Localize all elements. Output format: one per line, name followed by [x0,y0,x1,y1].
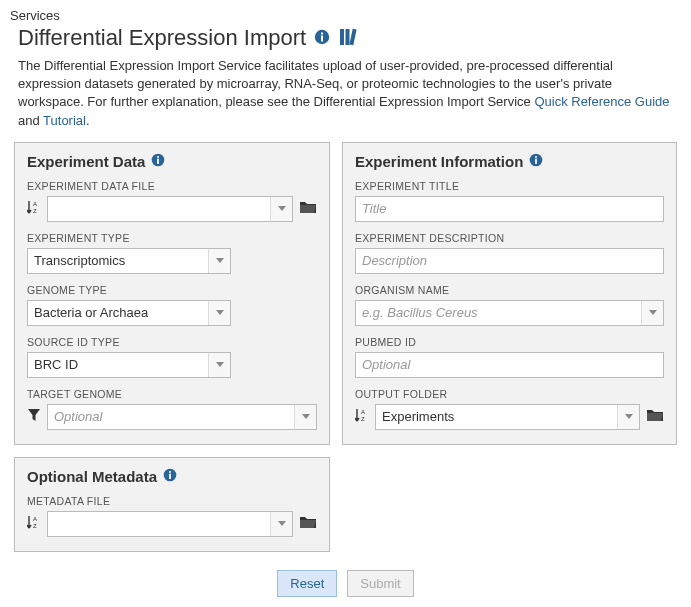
info-icon[interactable] [163,468,177,485]
intro-text: The Differential Expression Import Servi… [10,57,681,142]
folder-open-icon[interactable] [299,199,317,218]
genome-type-select[interactable] [27,300,231,326]
source-id-type-input[interactable] [28,353,208,377]
chevron-down-icon[interactable] [270,512,292,536]
metadata-file-input[interactable] [48,512,270,536]
metadata-file-combo[interactable] [47,511,293,537]
field-label: EXPERIMENT TYPE [27,232,317,244]
info-icon[interactable] [529,153,543,170]
optional-metadata-panel: Optional Metadata METADATA FILE [14,457,330,552]
intro-body: The Differential Expression Import Servi… [18,58,613,109]
info-icon[interactable] [151,153,165,170]
intro-after: . [86,113,90,128]
field-label: TARGET GENOME [27,388,317,400]
panel-title: Optional Metadata [27,468,157,485]
chevron-down-icon[interactable] [208,249,230,273]
field-label: EXPERIMENT DESCRIPTION [355,232,664,244]
chevron-down-icon[interactable] [208,301,230,325]
page-title: Differential Expression Import [18,25,306,51]
target-genome-combo[interactable] [47,404,317,430]
sort-az-icon[interactable] [27,199,41,218]
field-label: OUTPUT FOLDER [355,388,664,400]
breadcrumb: Services [10,8,681,23]
sort-az-icon[interactable] [27,514,41,533]
field-label: METADATA FILE [27,495,317,507]
tutorial-link[interactable]: Tutorial [43,113,86,128]
experiment-data-file-input[interactable] [48,197,270,221]
output-folder-input[interactable] [376,405,617,429]
chevron-down-icon[interactable] [208,353,230,377]
panel-title: Experiment Data [27,153,145,170]
experiment-type-input[interactable] [28,249,208,273]
field-label: SOURCE ID TYPE [27,336,317,348]
info-icon[interactable] [314,29,330,48]
reset-button[interactable]: Reset [277,570,337,597]
folder-open-icon[interactable] [299,514,317,533]
experiment-type-select[interactable] [27,248,231,274]
quick-reference-link[interactable]: Quick Reference Guide [534,94,669,109]
chevron-down-icon[interactable] [270,197,292,221]
genome-type-input[interactable] [28,301,208,325]
experiment-information-panel: Experiment Information EXPERIMENT TITLE … [342,142,677,445]
panel-title: Experiment Information [355,153,523,170]
sort-az-icon[interactable] [355,407,369,426]
experiment-description-input[interactable] [355,248,664,274]
field-label: EXPERIMENT TITLE [355,180,664,192]
experiment-data-panel: Experiment Data EXPERIMENT DATA FILE EXP… [14,142,330,445]
field-label: PUBMED ID [355,336,664,348]
chevron-down-icon[interactable] [641,301,663,325]
intro-between: and [18,113,43,128]
folder-open-icon[interactable] [646,407,664,426]
pubmed-id-input[interactable] [355,352,664,378]
field-label: EXPERIMENT DATA FILE [27,180,317,192]
source-id-type-select[interactable] [27,352,231,378]
books-icon[interactable] [338,28,358,49]
experiment-data-file-combo[interactable] [47,196,293,222]
target-genome-input[interactable] [48,405,294,429]
organism-name-input[interactable] [356,301,641,325]
field-label: ORGANISM NAME [355,284,664,296]
field-label: GENOME TYPE [27,284,317,296]
organism-name-combo[interactable] [355,300,664,326]
output-folder-combo[interactable] [375,404,640,430]
submit-button[interactable]: Submit [347,570,413,597]
chevron-down-icon[interactable] [294,405,316,429]
chevron-down-icon[interactable] [617,405,639,429]
filter-icon[interactable] [27,408,41,425]
experiment-title-input[interactable] [355,196,664,222]
